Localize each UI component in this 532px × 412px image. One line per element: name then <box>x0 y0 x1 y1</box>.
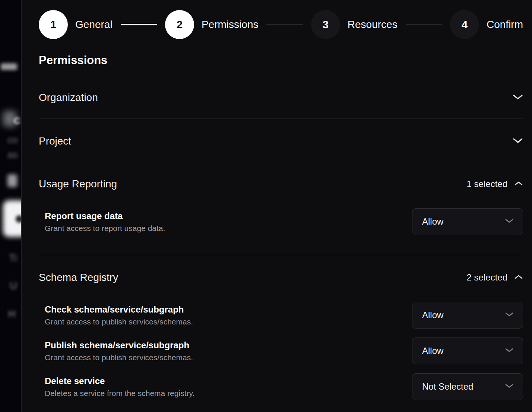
permission-select-delete-service[interactable]: Not Selected <box>412 373 523 400</box>
blurred-app-backdrop: c co as Ti U H <box>0 0 21 412</box>
chevron-down-icon <box>505 383 514 390</box>
step-label: Confirm <box>487 19 523 31</box>
create-token-wizard-panel: 1 General 2 Permissions 3 Resources 4 Co… <box>21 0 532 412</box>
step-general[interactable]: 1 General <box>39 10 113 39</box>
select-value: Allow <box>422 310 443 320</box>
blurred-text-fragment: co <box>7 134 18 146</box>
section-title: Schema Registry <box>39 272 118 283</box>
step-resources[interactable]: 3 Resources <box>311 10 398 39</box>
wizard-stepper: 1 General 2 Permissions 3 Resources 4 Co… <box>39 10 523 39</box>
section-header-usage-reporting[interactable]: Usage Reporting 1 selected <box>39 178 523 190</box>
chevron-down-icon <box>505 312 514 318</box>
step-number-badge: 3 <box>311 10 340 39</box>
permission-title: Report usage data <box>45 211 165 221</box>
permission-select-report-usage-data[interactable]: Allow <box>412 208 523 235</box>
permission-description: Grant access to publish services/schemas… <box>45 317 193 326</box>
select-value: Not Selected <box>422 381 473 392</box>
permission-title: Publish schema/service/subgraph <box>45 340 193 351</box>
stepper-connector-done <box>121 24 157 25</box>
step-label: General <box>75 19 113 31</box>
section-title: Project <box>39 135 71 147</box>
section-title: Organization <box>39 92 98 104</box>
step-label: Permissions <box>202 19 258 31</box>
blurred-text-fragment: as <box>7 149 18 161</box>
permission-row: Check schema/service/subgraph Grant acce… <box>39 302 523 329</box>
permission-description: Grant access to publish services/schemas… <box>45 353 193 362</box>
section-title: Usage Reporting <box>39 178 117 190</box>
chevron-down-icon <box>505 348 514 354</box>
section-divider <box>39 161 523 161</box>
section-divider <box>39 118 523 118</box>
step-number-badge: 4 <box>450 10 479 39</box>
permission-row: Publish schema/service/subgraph Grant ac… <box>39 337 523 364</box>
blurred-text-fragment: Ti <box>9 253 17 264</box>
permission-description: Deletes a service from the schema regist… <box>45 389 194 398</box>
chevron-up-icon <box>514 181 523 187</box>
section-header-project[interactable]: Project <box>39 135 523 148</box>
section-header-organization[interactable]: Organization <box>39 91 523 104</box>
chevron-down-icon <box>513 137 523 145</box>
permission-title: Check schema/service/subgraph <box>45 304 193 315</box>
chevron-up-icon <box>514 274 523 281</box>
chevron-down-icon <box>513 94 523 101</box>
permission-select-check-schema[interactable]: Allow <box>412 302 523 329</box>
blurred-text-fragment: c <box>13 112 20 127</box>
step-permissions[interactable]: 2 Permissions <box>165 10 258 39</box>
blurred-dot <box>16 215 21 223</box>
page-title: Permissions <box>39 53 523 67</box>
blurred-sidebar-label <box>1 63 17 70</box>
select-value: Allow <box>422 346 443 356</box>
selected-count-badge: 2 selected <box>467 272 507 283</box>
permission-row: Report usage data Grant access to report… <box>39 208 523 235</box>
step-label: Resources <box>348 19 398 31</box>
permission-title: Delete service <box>45 376 194 386</box>
step-confirm[interactable]: 4 Confirm <box>450 10 523 39</box>
step-number-badge: 2 <box>165 10 194 39</box>
select-value: Allow <box>422 216 443 227</box>
section-divider <box>39 255 523 255</box>
stepper-connector <box>406 24 442 25</box>
selected-count-badge: 1 selected <box>467 179 507 189</box>
blurred-text-fragment: U <box>10 280 17 292</box>
blurred-sidebar-icon <box>7 174 17 187</box>
permission-description: Grant access to report usage data. <box>45 224 165 233</box>
step-number-badge: 1 <box>39 10 68 39</box>
blurred-text-fragment: H <box>8 308 16 320</box>
stepper-connector <box>266 24 303 25</box>
chevron-down-icon <box>505 218 514 225</box>
section-header-schema-registry[interactable]: Schema Registry 2 selected <box>39 271 523 284</box>
permission-row: Delete service Deletes a service from th… <box>39 373 523 400</box>
permission-select-publish-schema[interactable]: Allow <box>412 337 523 364</box>
